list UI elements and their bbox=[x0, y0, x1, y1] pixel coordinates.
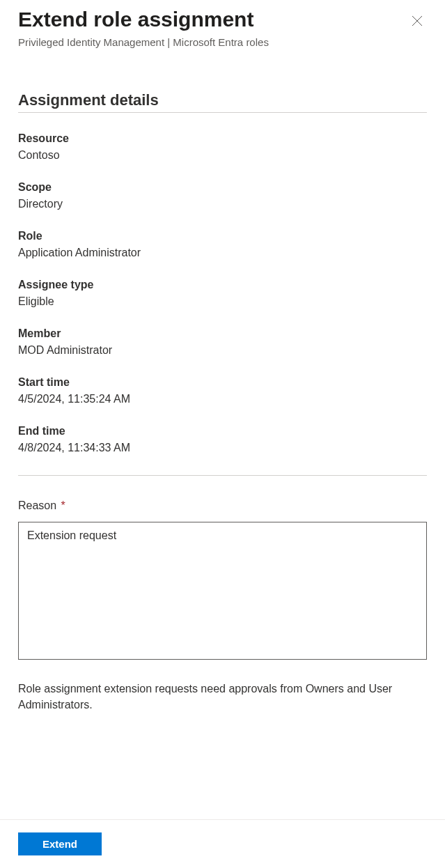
extend-role-assignment-panel: Extend role assignment Privileged Identi… bbox=[0, 0, 445, 713]
section-title-assignment-details: Assignment details bbox=[18, 91, 427, 113]
field-start-time: Start time 4/5/2024, 11:35:24 AM bbox=[18, 376, 427, 405]
field-end-time: End time 4/8/2024, 11:34:33 AM bbox=[18, 425, 427, 454]
field-scope: Scope Directory bbox=[18, 181, 427, 210]
panel-footer: Extend bbox=[0, 819, 445, 868]
field-label-assignee-type: Assignee type bbox=[18, 279, 427, 291]
field-label-resource: Resource bbox=[18, 132, 427, 145]
field-value-end-time: 4/8/2024, 11:34:33 AM bbox=[18, 442, 427, 454]
panel-title: Extend role assignment bbox=[18, 7, 407, 32]
field-value-role: Application Administrator bbox=[18, 247, 427, 259]
field-label-role: Role bbox=[18, 230, 427, 242]
extend-button[interactable]: Extend bbox=[18, 832, 102, 855]
field-value-resource: Contoso bbox=[18, 149, 427, 162]
reason-label-text: Reason bbox=[18, 499, 56, 511]
panel-header: Extend role assignment Privileged Identi… bbox=[18, 7, 427, 48]
close-button[interactable] bbox=[407, 11, 427, 33]
field-assignee-type: Assignee type Eligible bbox=[18, 279, 427, 308]
panel-subtitle: Privileged Identity Management | Microso… bbox=[18, 36, 407, 48]
field-resource: Resource Contoso bbox=[18, 132, 427, 162]
field-value-member: MOD Administrator bbox=[18, 344, 427, 357]
close-icon bbox=[412, 15, 423, 26]
divider bbox=[18, 475, 427, 476]
field-label-member: Member bbox=[18, 327, 427, 340]
reason-label: Reason * bbox=[18, 499, 65, 511]
reason-textarea[interactable] bbox=[18, 522, 427, 660]
field-value-assignee-type: Eligible bbox=[18, 295, 427, 308]
field-label-end-time: End time bbox=[18, 425, 427, 437]
required-indicator: * bbox=[61, 499, 65, 511]
field-label-start-time: Start time bbox=[18, 376, 427, 389]
field-value-scope: Directory bbox=[18, 198, 427, 210]
approval-info-text: Role assignment extension requests need … bbox=[18, 681, 427, 713]
header-text-block: Extend role assignment Privileged Identi… bbox=[18, 7, 407, 48]
field-role: Role Application Administrator bbox=[18, 230, 427, 259]
field-member: Member MOD Administrator bbox=[18, 327, 427, 357]
field-label-scope: Scope bbox=[18, 181, 427, 194]
field-value-start-time: 4/5/2024, 11:35:24 AM bbox=[18, 393, 427, 405]
reason-field: Reason * bbox=[18, 499, 427, 662]
